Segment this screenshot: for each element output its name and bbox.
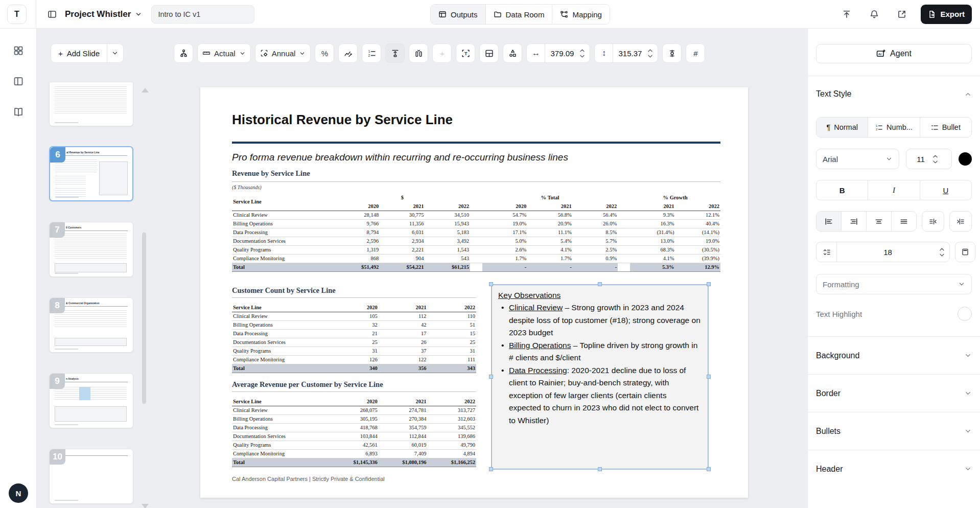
slide-thumbnail-6[interactable]: 6 al Revenue by Service Line [49,146,133,201]
header-section-header[interactable]: Header [816,450,972,488]
text-padding-button[interactable] [955,242,975,262]
align-justify-button[interactable] [892,212,916,231]
thumbnails-scrollbar[interactable] [142,233,146,404]
insert-plus-button[interactable]: + [432,43,452,63]
text-highlight-swatch[interactable] [958,307,972,321]
notes-view-button[interactable] [10,103,27,121]
background-section-header[interactable]: Background [816,337,972,374]
table-cell: 8.5% [573,228,618,237]
layout-view-button[interactable] [10,73,27,90]
agent-button[interactable]: AI Agent [816,44,972,63]
align-right-button[interactable] [842,212,867,231]
tab-mapping[interactable]: Mapping [552,5,610,24]
height-input[interactable] [613,49,647,58]
total-row: Total $51,492 $54,221 $61,215 - - - 5.3%… [232,263,720,271]
add-slide-button[interactable]: + Add Slide [51,44,107,62]
slide-thumbnail-8[interactable]: 8 & Commercial Organization [49,297,133,353]
slides-view-button[interactable] [10,42,27,59]
tab-outputs[interactable]: Outputs [431,5,486,24]
slide-canvas[interactable]: Historical Revenue by Service Line Pro f… [200,87,748,498]
customer-count-table[interactable]: Service Line 2020 2021 2022 Clinical Rev… [232,303,476,373]
border-section-header[interactable]: Border [816,375,972,412]
formatting-dropdown[interactable]: Formatting [816,274,972,294]
align-left-button[interactable] [816,212,842,231]
width-input[interactable] [545,49,579,58]
divider [232,181,720,182]
indent-button[interactable] [949,211,972,232]
selection-handle[interactable] [489,282,493,286]
customer-table-heading[interactable]: Customer Count by Service Line [232,286,336,295]
shapes-button[interactable] [503,43,522,63]
outdent-button[interactable] [922,211,944,232]
notifications-button[interactable] [866,6,883,23]
bullets-section-header[interactable]: Bullets [816,412,972,450]
grid-toggle-button[interactable]: # [686,43,705,63]
width-stepper[interactable] [579,49,590,58]
thumbnails-scroll-down[interactable] [142,504,149,508]
align-center-button[interactable] [867,212,892,231]
revenue-table[interactable]: Service Line $ % Total % Growth 2020 202… [232,193,720,272]
slide-thumbnail-7[interactable]: 7 0 Customers [49,222,133,277]
italic-button[interactable]: I [868,180,920,200]
table-cell: Compliance Monitoring [232,449,330,458]
key-observations-title: Key Observations [498,289,701,302]
font-family-dropdown[interactable]: Arial [816,149,899,169]
project-switcher[interactable]: Project Whistler [65,9,142,19]
layout-split-button[interactable] [479,43,499,63]
chart-edit-button[interactable] [338,43,358,63]
slide-subtitle[interactable]: Pro forma revenue breakdown within recur… [232,152,568,163]
app-logo[interactable]: T [7,5,27,24]
slide-thumbnail-9[interactable]: 9 n Analysis [49,373,133,428]
text-color-swatch[interactable] [959,152,972,166]
selection-handle[interactable] [489,375,493,379]
slides-grid-icon [13,45,24,56]
font-size-input[interactable] [909,155,932,164]
avg-revenue-table-heading[interactable]: Average Revenue per Customer by Service … [232,380,383,389]
numbered-list-button[interactable]: 12 [362,43,381,63]
selection-handle[interactable] [707,375,711,379]
distribute-horizontal-button[interactable] [409,43,428,63]
agent-label: Agent [890,49,912,58]
mode-normal-button[interactable]: ¶ Normal [816,118,868,137]
view-mode-dropdown[interactable]: Actual [197,43,251,63]
revenue-table-heading[interactable]: Revenue by Service Line [232,169,310,178]
key-observations-box[interactable]: Key Observations Clinical Review – Stron… [492,285,708,469]
bold-button[interactable]: B [816,180,868,200]
align-top-button[interactable] [385,43,405,63]
text-style-section-header[interactable]: Text Style [816,89,972,99]
line-spacing-stepper[interactable] [939,247,949,257]
upload-button[interactable] [838,6,855,23]
avg-revenue-table[interactable]: Service Line 2020 2021 2022 Clinical Rev… [232,397,476,467]
slide-thumbnail-10[interactable]: 10 [49,449,133,504]
underline-button[interactable]: U [920,180,971,200]
user-avatar[interactable]: N [9,483,28,503]
share-window-button[interactable] [893,6,911,23]
document-title-input[interactable] [151,5,254,24]
table-cell: 3,492 [425,237,470,245]
table-cell: 21 [330,329,379,338]
tab-data-room[interactable]: Data Room [486,5,553,24]
selection-handle[interactable] [598,467,602,471]
selection-handle[interactable] [707,282,711,286]
thumbnails-scroll-up[interactable] [142,88,149,93]
mode-numbered-button[interactable]: 12 Numb... [868,118,920,137]
table-row: Billing Operations305,195270,384312,603 [232,414,476,423]
font-size-stepper[interactable] [932,154,943,164]
sidebar-toggle-button[interactable] [43,6,61,23]
line-spacing-input[interactable] [837,248,939,257]
text-box-button[interactable]: T [456,43,475,63]
add-slide-menu-button[interactable] [107,44,123,62]
height-stepper[interactable] [647,49,658,58]
align-anchor-button[interactable] [662,43,682,63]
period-dropdown[interactable]: Annual [255,43,311,63]
flow-layout-button[interactable] [174,43,193,63]
selection-handle[interactable] [598,282,602,286]
export-button[interactable]: Export [921,5,972,24]
slide-title[interactable]: Historical Revenue by Service Line [232,112,453,128]
selection-handle[interactable] [489,467,493,471]
percent-format-button[interactable]: % [315,43,334,63]
mode-bullet-button[interactable]: Bullet [920,118,971,137]
period-value: Annual [272,49,296,58]
selection-handle[interactable] [707,467,711,471]
slide-thumbnail-5-partial[interactable] [49,82,133,126]
